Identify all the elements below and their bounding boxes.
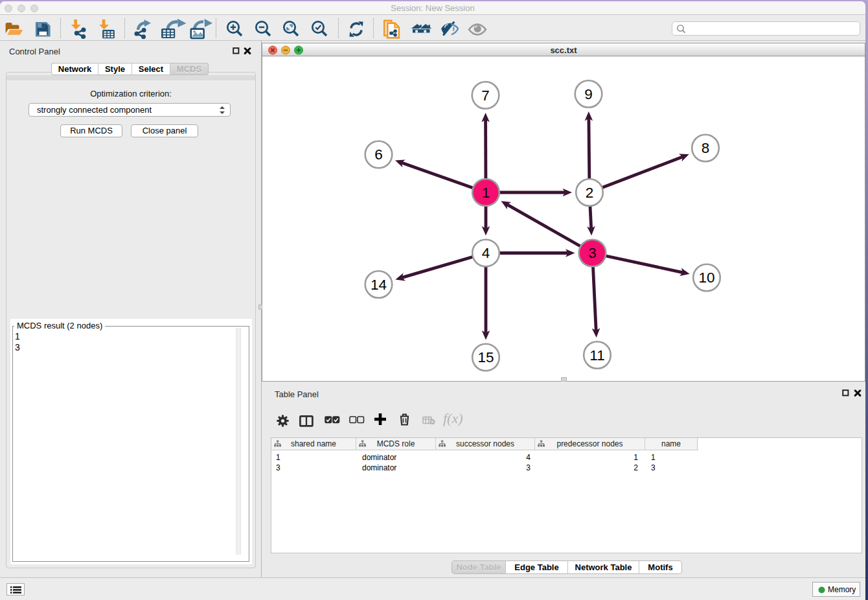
svg-text:11: 11	[589, 347, 604, 363]
svg-text:9: 9	[584, 86, 593, 102]
svg-text:1: 1	[482, 185, 490, 201]
svg-text:14: 14	[371, 277, 387, 293]
svg-text:4: 4	[482, 245, 490, 261]
svg-text:6: 6	[374, 146, 383, 163]
svg-text:8: 8	[702, 140, 710, 156]
svg-text:15: 15	[477, 349, 494, 365]
svg-text:7: 7	[481, 87, 490, 104]
svg-text:3: 3	[588, 245, 597, 261]
svg-text:2: 2	[586, 185, 594, 201]
svg-text:10: 10	[698, 270, 714, 286]
